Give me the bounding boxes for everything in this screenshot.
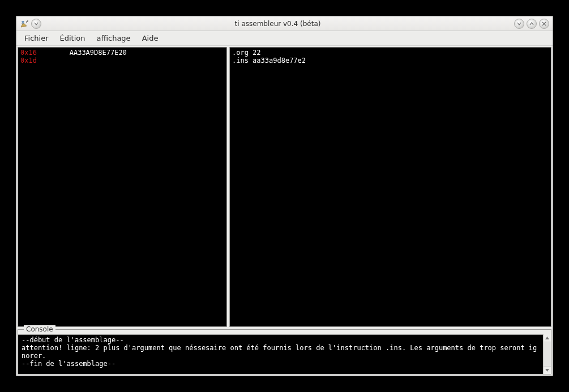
window-menu-button[interactable] bbox=[31, 19, 41, 29]
hex-line: 0x1d bbox=[20, 57, 224, 64]
scroll-up-icon[interactable] bbox=[544, 334, 551, 342]
content-area: 0x16 AA33A9D8E77E200x1d .org 22.ins aa33… bbox=[16, 46, 553, 376]
source-line: .org 22 bbox=[232, 49, 549, 57]
hex-line: 0x16 AA33A9D8E77E20 bbox=[20, 49, 224, 57]
minimize-button[interactable] bbox=[514, 19, 524, 29]
window-title: ti assembleur v0.4 (béta) bbox=[41, 20, 514, 28]
source-editor-pane[interactable]: .org 22.ins aa33a9d8e77e2 bbox=[229, 47, 551, 327]
hex-value: AA33A9D8E77E20 bbox=[37, 49, 127, 57]
menu-help[interactable]: Aide bbox=[136, 32, 164, 45]
address-value: 0x1d bbox=[20, 57, 37, 64]
console-scrollbar[interactable] bbox=[543, 334, 551, 374]
menubar: Fichier Édition affichage Aide bbox=[16, 31, 553, 46]
address-value: 0x16 bbox=[20, 49, 37, 57]
hex-output-pane[interactable]: 0x16 AA33A9D8E77E200x1d bbox=[18, 47, 227, 327]
menu-file[interactable]: Fichier bbox=[19, 32, 54, 45]
hex-value bbox=[37, 57, 70, 64]
close-button[interactable] bbox=[539, 19, 549, 29]
console-label: Console bbox=[24, 325, 55, 333]
titlebar: ti assembleur v0.4 (béta) bbox=[16, 16, 553, 31]
scroll-down-icon[interactable] bbox=[544, 366, 551, 374]
source-line: .ins aa33a9d8e77e2 bbox=[232, 57, 549, 64]
menu-edit[interactable]: Édition bbox=[54, 32, 91, 45]
app-window: ti assembleur v0.4 (béta) Fichier Éditio… bbox=[16, 16, 553, 376]
menu-view[interactable]: affichage bbox=[91, 32, 136, 45]
console-output[interactable]: --début de l'assemblage-- attention! lig… bbox=[18, 334, 543, 374]
console-frame: Console --début de l'assemblage-- attent… bbox=[18, 329, 551, 374]
app-icon bbox=[20, 19, 29, 28]
maximize-button[interactable] bbox=[527, 19, 537, 29]
